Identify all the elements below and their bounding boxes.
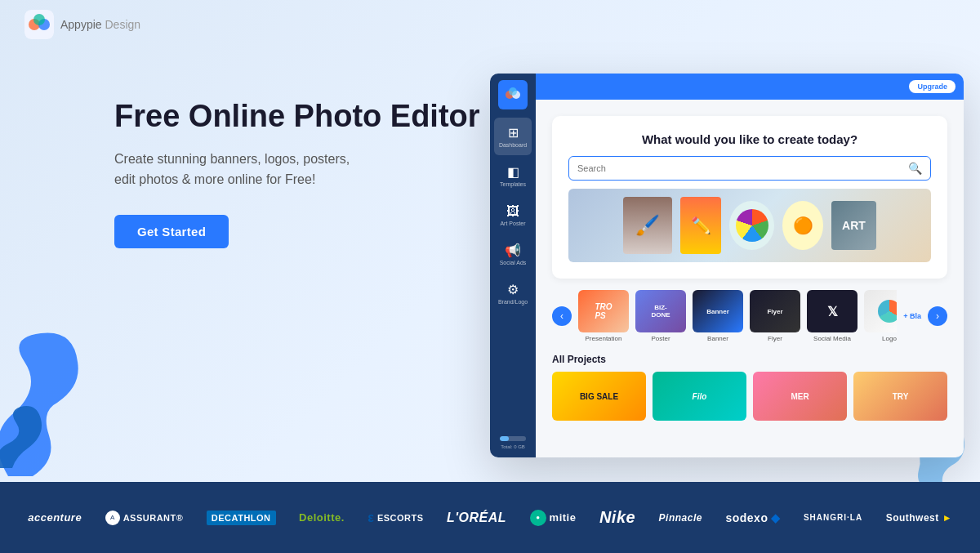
all-projects-section: All Projects BIG SALE Filo MER TRY (552, 354, 947, 421)
hero-subtitle-line1: Create stunning banners, logos, posters, (114, 152, 350, 166)
project-card-4[interactable]: TRY (853, 372, 947, 421)
projects-section-title: All Projects (552, 354, 947, 365)
project-card-2[interactable]: Filo (653, 372, 746, 421)
category-item-banner[interactable]: Banner Banner (693, 290, 743, 342)
project-card-3[interactable]: MER (753, 372, 847, 421)
app-window: ⊞ Dashboard ◧ Templates 🖼 Art Poster 📢 S… (490, 74, 964, 457)
upgrade-button[interactable]: Upgrade (909, 80, 956, 93)
category-items: TROPS Presentation BIZ-DONE Poster Banne… (578, 290, 897, 342)
dashboard-icon: ⊞ (508, 125, 519, 140)
sidebar-bottom: Total: 0 GB (500, 436, 526, 457)
art-preview: 🖌️ ✏️ 🟠 ART (568, 189, 931, 262)
hero-content: Free Online Photo Editor Create stunning… (114, 98, 480, 248)
cat-label-banner: Banner (707, 335, 728, 342)
cat-thumb-logo (864, 290, 897, 332)
project-card-1[interactable]: BIG SALE (552, 372, 646, 421)
deco-blob-left (0, 329, 98, 488)
brand-mitie: ● mitie (530, 510, 577, 526)
brand-nike: Nike (599, 508, 635, 527)
cat-thumb-social: 𝕏 (807, 290, 858, 332)
carousel-next-button[interactable]: › (928, 306, 947, 326)
project-label-3: MER (791, 392, 808, 401)
brand-label-decathlon: DECATHLON (207, 511, 276, 525)
cat-label-presentation: Presentation (586, 335, 622, 342)
sidebar-label-templates: Templates (500, 181, 526, 187)
brand-label-mitie: mitie (550, 511, 577, 524)
art-poster-icon: 🖼 (506, 204, 519, 219)
brand-logo-icon: ⚙ (507, 282, 519, 297)
cat-label-flyer: Flyer (768, 335, 782, 342)
cat-label-poster: Poster (651, 335, 670, 342)
cat-thumb-poster: BIZ-DONE (635, 290, 686, 332)
app-topbar: Upgrade (536, 74, 964, 100)
sidebar-label-art-poster: Art Poster (500, 221, 525, 226)
palette-visual (729, 201, 774, 250)
header: Appypie Design (0, 0, 980, 49)
sidebar-label-dashboard: Dashboard (499, 142, 527, 148)
sodexo-diamond: ◆ (771, 511, 780, 524)
brand-escorts: ε ESCORTS (368, 511, 423, 525)
project-label-1: BIG SALE (580, 392, 618, 401)
brand-shangri-la: SHANGRI·LA (804, 513, 862, 522)
sidebar-item-social-ads[interactable]: 📢 Social Ads (494, 235, 532, 273)
app-sidebar: ⊞ Dashboard ◧ Templates 🖼 Art Poster 📢 S… (490, 74, 536, 457)
sidebar-item-dashboard[interactable]: ⊞ Dashboard (494, 118, 532, 155)
brand-southwest: Southwest ► (886, 512, 952, 524)
sidebar-item-templates[interactable]: ◧ Templates (494, 157, 532, 194)
brand-decathlon: DECATHLON (207, 511, 276, 525)
category-item-social[interactable]: 𝕏 Social Media (807, 290, 858, 342)
brand-label-deloitte: Deloitte. (299, 511, 345, 524)
category-item-logo[interactable]: Logo (864, 290, 897, 342)
category-carousel: ‹ TROPS Presentation BIZ-DONE Poster (552, 290, 947, 342)
logo-area: Appypie Design (24, 10, 140, 39)
storage-bar (500, 436, 526, 441)
pencil-visual: ✏️ (680, 197, 721, 254)
sidebar-item-art-poster[interactable]: 🖼 Art Poster (494, 196, 532, 234)
logo-text: Appypie Design (60, 18, 140, 31)
brand-label-assurant: ASSURANT® (123, 513, 184, 523)
more-categories-label: + Bla (903, 312, 921, 320)
project-label-4: TRY (893, 392, 909, 401)
app-content: What would you like to create today? 🔍 🖌… (536, 100, 964, 457)
category-item-flyer[interactable]: Flyer Flyer (750, 290, 800, 342)
search-section: What would you like to create today? 🔍 🖌… (552, 116, 947, 279)
search-bar[interactable]: 🔍 (568, 156, 931, 181)
cat-thumb-presentation: TROPS (578, 290, 629, 332)
search-title: What would you like to create today? (568, 132, 931, 146)
category-item-poster[interactable]: BIZ-DONE Poster (635, 290, 686, 342)
hero-subtitle-line2: edit photos & more online for Free! (114, 172, 315, 186)
svg-point-3 (33, 14, 45, 25)
brand-accenture: accenture (28, 511, 82, 524)
sidebar-item-brand-logo[interactable]: ⚙ Brand/Logo (494, 274, 532, 312)
svg-point-6 (509, 87, 517, 96)
carousel-prev-button[interactable]: ‹ (552, 306, 572, 326)
app-main: Upgrade What would you like to create to… (536, 74, 964, 457)
cat-thumb-flyer: Flyer (750, 290, 800, 332)
brand-deloitte: Deloitte. (299, 511, 345, 524)
mitie-icon: ● (530, 510, 546, 526)
logo-icon (24, 10, 54, 39)
sidebar-logo (498, 80, 528, 109)
logo-subtext: Design (102, 18, 140, 31)
logo-circle (878, 300, 897, 323)
brand-sodexo: sodexo ◆ (725, 511, 780, 524)
brand-assurant: A ASSURANT® (105, 511, 184, 525)
social-ads-icon: 📢 (505, 243, 521, 258)
cat-label-logo: Logo (882, 335, 897, 342)
brand-label-loreal: L'ORÉAL (447, 511, 506, 525)
gray-box-visual: ART (831, 201, 876, 250)
search-input[interactable] (577, 163, 908, 173)
cat-label-social: Social Media (813, 335, 851, 342)
storage-label: Total: 0 GB (501, 444, 525, 449)
brand-loreal: L'ORÉAL (447, 511, 506, 525)
brush-visual: 🖌️ (623, 197, 672, 254)
brands-bar: accenture A ASSURANT® DECATHLON Deloitte… (0, 482, 980, 553)
brand-label-accenture: accenture (28, 511, 82, 524)
search-icon: 🔍 (908, 162, 922, 175)
brand-label-nike: Nike (599, 508, 635, 527)
category-item-presentation[interactable]: TROPS Presentation (578, 290, 629, 342)
brand-label-escorts: ESCORTS (377, 513, 424, 523)
storage-fill (500, 436, 509, 441)
get-started-button[interactable]: Get Started (114, 215, 229, 248)
cat-thumb-banner: Banner (693, 290, 743, 332)
